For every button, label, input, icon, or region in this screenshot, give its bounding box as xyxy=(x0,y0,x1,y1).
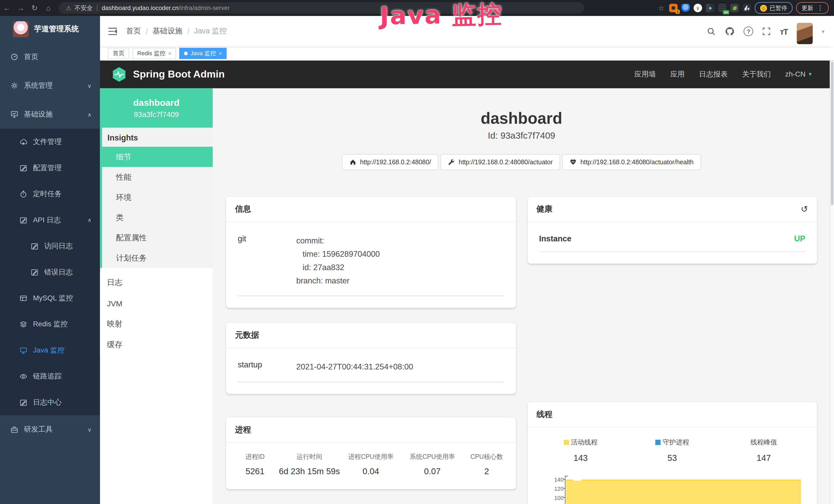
sba-nav-about[interactable]: 关于我们 xyxy=(742,69,771,79)
sba-brand-name: Spring Boot Admin xyxy=(133,68,225,80)
sidebar-item-access-log[interactable]: 访问日志 xyxy=(0,233,100,259)
sidebar-item-job[interactable]: 定时任务 xyxy=(0,181,100,207)
daemon-threads: 守护进程 53 xyxy=(627,438,718,463)
bookmark-star-icon[interactable]: ☆ xyxy=(658,4,664,12)
service-url-button[interactable]: http://192.168.0.2:48080/ xyxy=(342,154,438,170)
breadcrumb-home[interactable]: 首页 xyxy=(126,27,141,36)
process-card-title: 进程 xyxy=(226,417,516,443)
live-threads: 活动线程 143 xyxy=(535,438,627,463)
sba-brand[interactable]: Spring Boot Admin xyxy=(100,66,224,82)
update-label: 更新 xyxy=(802,4,813,12)
font-size-icon[interactable]: тT xyxy=(780,27,788,36)
security-label[interactable]: 不安全 xyxy=(74,4,93,12)
sba-menu-logs[interactable]: 日志 xyxy=(100,272,213,293)
ext-grid-icon[interactable] xyxy=(706,4,714,12)
sba-menu-details[interactable]: 细节 xyxy=(102,147,213,167)
sba-nav-wallboard[interactable]: 应用墙 xyxy=(634,69,656,79)
screenshot-root: ← → ↻ ⌂ ⚠ 不安全 dashboard.yudao.iocoder.cn… xyxy=(0,0,834,504)
ext-green-y-icon[interactable]: y xyxy=(694,4,702,12)
sidebar-item-trace[interactable]: 链路追踪 xyxy=(0,363,100,389)
close-icon[interactable]: × xyxy=(219,51,222,56)
sba-menu-mappings[interactable]: 映射 xyxy=(100,314,213,335)
sidebar-menu: 首页 系统管理∨ 基础设施∧ 文件管理 配置管理 定时任务 API 日志∧ 访问… xyxy=(0,43,100,444)
sba-menu-classes[interactable]: 类 xyxy=(102,207,213,228)
sidebar-item-config[interactable]: 配置管理 xyxy=(0,155,100,181)
sidebar-item-file[interactable]: 文件管理 xyxy=(0,129,100,155)
sidebar-item-infra[interactable]: 基础设施∧ xyxy=(0,100,100,129)
user-menu-caret-icon[interactable]: ▾ xyxy=(822,28,824,35)
chrome-update-button[interactable]: 更新 ⋮ xyxy=(796,2,829,14)
sidebar-item-mysql[interactable]: MySQL 监控 xyxy=(0,285,100,311)
browser-home-icon[interactable]: ⌂ xyxy=(42,4,56,12)
address-bar[interactable]: ⚠ 不安全 dashboard.yudao.iocoder.cn/infra/a… xyxy=(59,2,584,14)
sidebar-item-api-log[interactable]: API 日志∧ xyxy=(0,207,100,233)
ext-pin-icon[interactable] xyxy=(681,4,690,12)
metadata-startup-row: startup 2021-04-27T00:44:31.254+08:00 xyxy=(238,360,504,382)
process-pid: 进程ID5261 xyxy=(232,452,279,476)
security-warning-icon: ⚠ xyxy=(66,5,71,12)
health-card-title: 健康 xyxy=(536,204,552,214)
health-instance-row[interactable]: Instance UP xyxy=(539,234,805,252)
history-icon[interactable]: ↺ xyxy=(801,204,808,214)
sidebar-item-devtools[interactable]: 研发工具∨ xyxy=(0,415,100,444)
heartbeat-icon xyxy=(570,158,577,165)
sba-section-insights[interactable]: Insights xyxy=(102,128,213,147)
extensions-puzzle-icon[interactable] xyxy=(743,4,751,12)
hamburger-icon[interactable] xyxy=(108,27,117,36)
sidebar-item-log-center[interactable]: 日志中心 xyxy=(0,389,100,415)
cards-left-column: 信息 git commit: time: 1596289704000 id: 2… xyxy=(226,197,516,504)
instance-links: http://192.168.0.2:48080/ http://192.168… xyxy=(213,154,830,170)
metadata-card: 元数据 startup 2021-04-27T00:44:31.254+08:0… xyxy=(226,322,516,394)
profile-paused-chip[interactable]: ☺ 已暂停 xyxy=(755,2,792,14)
user-avatar[interactable] xyxy=(797,23,813,44)
page-title: dashboard xyxy=(213,88,830,129)
app-logo-row[interactable]: 芋道管理系统 xyxy=(0,16,100,43)
sba-language-select[interactable]: zh-CN▾ xyxy=(785,70,812,78)
breadcrumb-infra[interactable]: 基础设施 xyxy=(153,27,182,36)
app-title: 芋道管理系统 xyxy=(34,24,79,34)
threads-legend: 活动线程 143 守护进程 53 线程峰值 147 xyxy=(535,438,810,463)
sidebar-item-redis[interactable]: Redis 监控 xyxy=(0,311,100,337)
paused-label: 已暂停 xyxy=(770,4,787,12)
help-icon[interactable]: ? xyxy=(744,27,753,36)
ext-switch-icon[interactable]: on xyxy=(718,4,727,12)
tab-java[interactable]: Java 监控× xyxy=(179,48,227,59)
search-icon[interactable] xyxy=(707,27,716,36)
threads-card-title: 线程 xyxy=(527,402,817,427)
sba-menu-jvm[interactable]: JVM xyxy=(100,293,213,314)
sidebar-item-java[interactable]: Java 监控 xyxy=(0,337,100,363)
browser-forward-icon[interactable]: → xyxy=(14,4,28,12)
actuator-url-button[interactable]: http://192.168.0.2:48080/actuator xyxy=(440,154,560,170)
ext-orange-circle-icon[interactable]: 1 xyxy=(669,4,678,12)
tab-home[interactable]: 首页 xyxy=(108,48,129,59)
browser-reload-icon[interactable]: ↻ xyxy=(28,4,42,12)
sidebar-item-system[interactable]: 系统管理∨ xyxy=(0,71,100,100)
sba-menu-items: 日志 JVM 映射 缓存 xyxy=(100,272,213,355)
scrollbar-thumb[interactable] xyxy=(831,62,833,205)
sba-menu-metrics[interactable]: 性能 xyxy=(102,167,213,187)
sba-menu-scheduled-tasks[interactable]: 计划任务 xyxy=(102,248,213,268)
sba-logo-icon xyxy=(111,66,127,82)
sba-navbar: Spring Boot Admin 应用墙 应用 日志报表 关于我们 zh-CN… xyxy=(100,60,834,88)
fullscreen-icon[interactable] xyxy=(762,27,771,36)
browser-menu-icon[interactable]: ⋮ xyxy=(817,4,824,12)
health-url-button[interactable]: http://192.168.0.2:48080/actuator/health xyxy=(562,154,701,170)
sba-nav-journal[interactable]: 日志报表 xyxy=(699,69,728,79)
ext-leaf-icon[interactable] xyxy=(730,4,739,12)
sba-instance-header[interactable]: dashboard 93a3fc7f7409 xyxy=(100,88,213,128)
sba-menu-environment[interactable]: 环境 xyxy=(102,187,213,207)
github-icon[interactable] xyxy=(725,27,734,36)
page-scrollbar[interactable] xyxy=(830,16,834,504)
log-icon xyxy=(31,242,38,250)
sba-nav-menu: 应用墙 应用 日志报表 关于我们 zh-CN▾ xyxy=(634,69,834,79)
browser-back-icon[interactable]: ← xyxy=(0,4,14,12)
breadcrumb-current: Java 监控 xyxy=(194,27,226,36)
sba-menu-config-props[interactable]: 配置属性 xyxy=(102,228,213,248)
sba-nav-applications[interactable]: 应用 xyxy=(671,69,685,79)
sidebar-item-error-log[interactable]: 错误日志 xyxy=(0,259,100,285)
tab-redis[interactable]: Redis 监控× xyxy=(133,48,176,59)
eye-icon xyxy=(20,372,27,380)
sba-menu-caches[interactable]: 缓存 xyxy=(100,335,213,356)
sidebar-item-home[interactable]: 首页 xyxy=(0,43,100,71)
close-icon[interactable]: × xyxy=(168,51,171,56)
